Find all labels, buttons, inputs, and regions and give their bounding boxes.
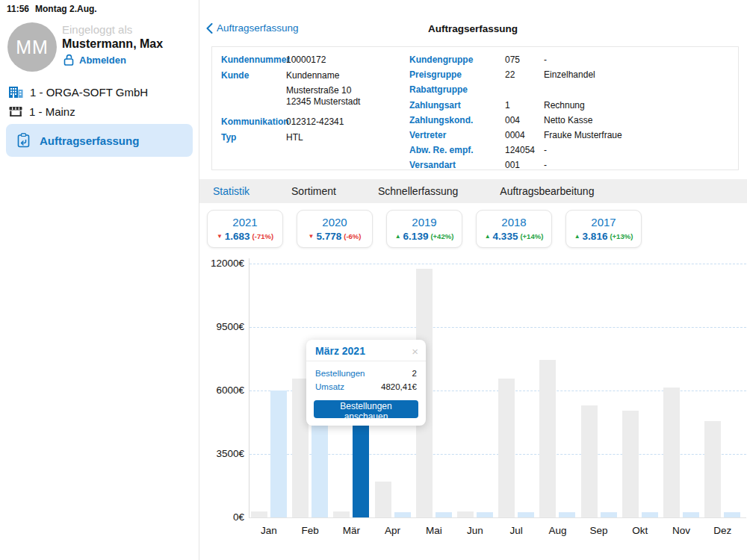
year-card-2019[interactable]: 2019▲6.139(+42%) xyxy=(386,210,462,248)
logged-in-label: Eingeloggt als xyxy=(62,23,132,36)
year-card-2018[interactable]: 2018▲4.335(+14%) xyxy=(476,210,552,248)
field-code: 124054 xyxy=(505,143,544,158)
sidebar-item-company[interactable]: 1 - ORGA-SOFT GmbH xyxy=(9,86,148,99)
sidebar-item-auftragserfassung[interactable]: Auftragserfassung xyxy=(6,124,193,157)
tooltip-rows: Bestellungen2Umsatz4820,41€ xyxy=(306,361,426,393)
bar-vorjahr-jun[interactable] xyxy=(457,511,474,518)
customer-field-row: TypHTL xyxy=(221,130,408,146)
year-percent: (-71%) xyxy=(252,232,274,240)
field-label: Kommunikation xyxy=(221,114,286,130)
bar-vorjahr-jul[interactable] xyxy=(498,379,515,517)
year-cards: 2021▼1.683(-71%)2020▼5.778(-6%)2019▲6.13… xyxy=(207,210,642,248)
x-axis-label-apr: Apr xyxy=(376,525,410,536)
year-value-row: ▲4.335(+14%) xyxy=(485,231,544,242)
field-label: Typ xyxy=(221,130,286,146)
field-code xyxy=(505,82,544,97)
customer-right: Kundengruppe075-Preisgruppe22Einzelhande… xyxy=(409,52,734,173)
field-label: Zahlungsart xyxy=(409,98,505,113)
field-description: Frauke Musterfraue xyxy=(544,128,622,143)
bar-2021-jul[interactable] xyxy=(518,512,534,517)
year-label: 2019 xyxy=(412,216,436,228)
view-orders-button[interactable]: Bestellungen anschauen xyxy=(314,400,418,418)
tab-statistik[interactable]: Statistik xyxy=(213,185,249,197)
bar-2021-sep[interactable] xyxy=(601,512,617,517)
bar-2021-okt[interactable] xyxy=(642,512,658,517)
tooltip-row-label: Umsatz xyxy=(315,380,344,393)
bar-2021-jun[interactable] xyxy=(477,512,493,517)
trend-down-icon: ▼ xyxy=(309,234,314,240)
bar-2021-m-r-selected[interactable] xyxy=(353,415,369,517)
logout-label: Abmelden xyxy=(79,55,126,66)
year-label: 2017 xyxy=(591,216,616,228)
bar-vorjahr-aug[interactable] xyxy=(539,360,556,517)
customer-field-row: Kundengruppe075- xyxy=(409,52,734,67)
tooltip-row-value: 4820,41€ xyxy=(381,380,417,393)
year-label: 2018 xyxy=(501,216,526,228)
bar-2021-mai[interactable] xyxy=(436,512,452,517)
tooltip-row-umsatz: Umsatz4820,41€ xyxy=(315,380,417,393)
year-value-row: ▼1.683(-71%) xyxy=(217,231,273,242)
year-card-2017[interactable]: 2017▲3.816(+13%) xyxy=(565,210,642,248)
customer-field-row: Zahlungskond.004Netto Kasse xyxy=(409,113,734,128)
gridline xyxy=(249,327,746,328)
bar-2021-aug[interactable] xyxy=(559,512,575,517)
customer-field-row: Rabattgruppe xyxy=(409,82,734,97)
bar-vorjahr-sep[interactable] xyxy=(581,405,598,517)
year-card-2021[interactable]: 2021▼1.683(-71%) xyxy=(207,210,283,248)
tab-sortiment[interactable]: Sortiment xyxy=(291,185,336,197)
customer-field-row: KundeKundenname xyxy=(221,68,408,84)
bar-vorjahr-dez[interactable] xyxy=(704,421,721,517)
tab-auftragsbearbeitung[interactable]: Auftragsbearbeitung xyxy=(500,185,594,197)
field-label: Kundennummer xyxy=(221,52,286,68)
tooltip-title: März 2021 xyxy=(315,345,365,357)
x-axis-label-jul: Jul xyxy=(499,525,533,536)
trend-up-icon: ▲ xyxy=(574,234,580,240)
bar-2021-dez[interactable] xyxy=(724,512,740,517)
y-axis-label: 9500€ xyxy=(199,321,244,332)
year-percent: (+14%) xyxy=(520,232,543,240)
year-value: 4.335 xyxy=(493,231,518,242)
building-icon xyxy=(9,87,23,98)
year-percent: (+42%) xyxy=(430,232,453,240)
y-axis-label: 12000€ xyxy=(199,258,244,269)
bar-2021-apr[interactable] xyxy=(394,512,411,517)
bar-2021-jan[interactable] xyxy=(270,391,287,517)
sidebar-item-branch[interactable]: 1 - Mainz xyxy=(9,105,75,118)
back-button[interactable]: Auftragserfassung xyxy=(206,22,299,34)
page-title: Auftragserfassung xyxy=(299,23,647,34)
x-axis-label-aug: Aug xyxy=(540,525,574,536)
bar-vorjahr-okt[interactable] xyxy=(622,411,639,517)
tooltip-row-value: 2 xyxy=(412,367,417,380)
year-card-2020[interactable]: 2020▼5.778(-6%) xyxy=(297,210,373,248)
year-value: 5.778 xyxy=(316,231,341,242)
bar-vorjahr-apr[interactable] xyxy=(375,482,391,517)
gridline xyxy=(249,264,746,264)
trend-up-icon: ▲ xyxy=(485,234,491,240)
app-window: 11:56 Montag 2.Aug. MM Eingeloggt als Mu… xyxy=(0,0,747,560)
back-label: Auftragserfassung xyxy=(217,22,299,34)
customer-field-row: Kommunikation012312-42341 xyxy=(221,114,408,130)
x-axis-line xyxy=(249,517,746,518)
field-label: Zahlungskond. xyxy=(409,113,505,128)
field-description: Rechnung xyxy=(544,98,585,113)
logout-button[interactable]: Abmelden xyxy=(63,54,126,66)
tab-schnellerfassung[interactable]: Schnellerfassung xyxy=(378,185,458,197)
bar-vorjahr-jan[interactable] xyxy=(251,511,267,518)
customer-info-panel: Kundennummer10000172KundeKundennameMuste… xyxy=(211,46,739,170)
field-code: 001 xyxy=(505,158,544,172)
bar-vorjahr-m-r[interactable] xyxy=(333,511,350,518)
field-code: 0004 xyxy=(505,128,544,143)
close-icon[interactable]: × xyxy=(412,346,418,357)
x-axis-label-jan: Jan xyxy=(252,525,286,536)
year-value-row: ▼5.778(-6%) xyxy=(309,231,362,242)
customer-left: Kundennummer10000172KundeKundennameMuste… xyxy=(221,52,408,145)
year-label: 2020 xyxy=(322,216,347,228)
customer-field-row: Abw. Re. empf.124054- xyxy=(409,143,734,158)
customer-field-row: Vertreter0004Frauke Musterfraue xyxy=(409,128,734,143)
bar-vorjahr-nov[interactable] xyxy=(663,388,680,517)
year-label: 2021 xyxy=(232,216,257,228)
bar-2021-nov[interactable] xyxy=(683,512,699,517)
x-axis-label-feb: Feb xyxy=(293,525,327,536)
customer-field-row: Zahlungsart1Rechnung xyxy=(409,98,734,113)
y-axis-line xyxy=(249,258,249,518)
